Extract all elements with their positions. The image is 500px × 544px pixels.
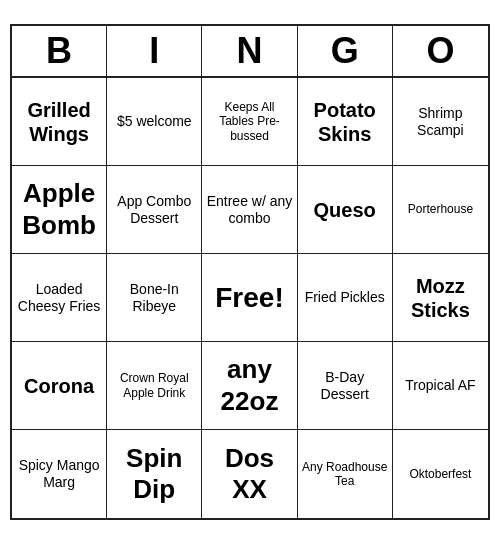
bingo-cell-2: Keeps All Tables Pre-bussed	[202, 78, 297, 166]
bingo-cell-8: Queso	[298, 166, 393, 254]
bingo-cell-22: Dos XX	[202, 430, 297, 518]
bingo-cell-7: Entree w/ any combo	[202, 166, 297, 254]
bingo-cell-20: Spicy Mango Marg	[12, 430, 107, 518]
bingo-cell-14: Mozz Sticks	[393, 254, 488, 342]
bingo-cell-13: Fried Pickles	[298, 254, 393, 342]
bingo-cell-18: B-Day Dessert	[298, 342, 393, 430]
bingo-cell-9: Porterhouse	[393, 166, 488, 254]
bingo-cell-16: Crown Royal Apple Drink	[107, 342, 202, 430]
header-letter-g: G	[298, 26, 393, 76]
bingo-cell-24: Oktoberfest	[393, 430, 488, 518]
bingo-cell-19: Tropical AF	[393, 342, 488, 430]
bingo-header: BINGO	[12, 26, 488, 78]
bingo-cell-1: $5 welcome	[107, 78, 202, 166]
bingo-cell-23: Any Roadhouse Tea	[298, 430, 393, 518]
header-letter-b: B	[12, 26, 107, 76]
bingo-grid: Grilled Wings$5 welcomeKeeps All Tables …	[12, 78, 488, 518]
bingo-cell-11: Bone-In Ribeye	[107, 254, 202, 342]
header-letter-o: O	[393, 26, 488, 76]
bingo-cell-0: Grilled Wings	[12, 78, 107, 166]
header-letter-n: N	[202, 26, 297, 76]
bingo-card: BINGO Grilled Wings$5 welcomeKeeps All T…	[10, 24, 490, 520]
bingo-cell-3: Potato Skins	[298, 78, 393, 166]
bingo-cell-12: Free!	[202, 254, 297, 342]
bingo-cell-6: App Combo Dessert	[107, 166, 202, 254]
bingo-cell-5: Apple Bomb	[12, 166, 107, 254]
bingo-cell-15: Corona	[12, 342, 107, 430]
bingo-cell-21: Spin Dip	[107, 430, 202, 518]
bingo-cell-10: Loaded Cheesy Fries	[12, 254, 107, 342]
bingo-cell-17: any 22oz	[202, 342, 297, 430]
header-letter-i: I	[107, 26, 202, 76]
bingo-cell-4: Shrimp Scampi	[393, 78, 488, 166]
